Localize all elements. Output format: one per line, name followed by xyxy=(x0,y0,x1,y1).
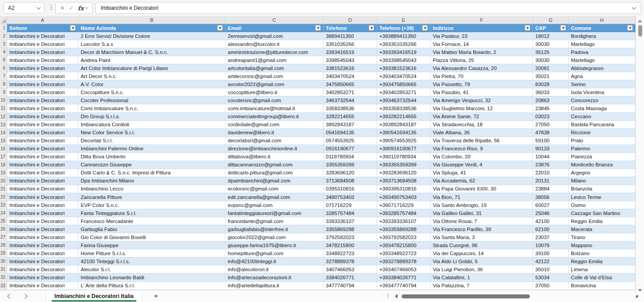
cell[interactable]: Colle di Val d’Elsa xyxy=(569,273,636,281)
cell[interactable]: 18012 xyxy=(533,32,569,40)
column-letter-H[interactable]: H xyxy=(569,16,636,24)
cell[interactable]: Via Papa Giovanni XXIII, 30 xyxy=(431,185,533,193)
cell[interactable]: Cazzago San Martino xyxy=(569,209,636,217)
cell[interactable]: Imbianchini e Decoratori xyxy=(7,217,78,225)
filter-dropdown-button[interactable] xyxy=(422,25,428,31)
cell[interactable]: Bordighera xyxy=(569,32,636,40)
cell[interactable]: 62100 xyxy=(533,225,569,233)
cell[interactable]: +390395310816 xyxy=(377,185,431,193)
cell[interactable]: Decor di Marchioro Manuel & C. S.n.c. xyxy=(78,48,226,56)
filter-dropdown-button[interactable] xyxy=(560,25,566,31)
next-sheet-icon[interactable] xyxy=(22,294,27,298)
column-letter-D[interactable]: D xyxy=(324,16,377,24)
cell[interactable]: Martellago xyxy=(569,40,636,48)
row-number[interactable]: 1 xyxy=(0,24,7,32)
cell[interactable]: Strada Cuorgnè, 96 xyxy=(431,241,533,249)
cell[interactable]: Via Francesco Panfilo, 39 xyxy=(431,225,533,233)
cell[interactable]: Dotti Carlo & C. S.n.c. Impresi di Pittu… xyxy=(78,169,226,177)
cell[interactable]: Dpa Imbianchini Milano xyxy=(78,177,226,185)
cell[interactable]: Agna xyxy=(569,72,636,80)
cell[interactable]: Garbuglia Fabio xyxy=(78,225,226,233)
filter-dropdown-button[interactable] xyxy=(217,25,223,31)
cell[interactable]: Imbianchini e Decoratori xyxy=(7,80,78,88)
cell[interactable]: Art Color Imbiancature di Parigi Liliano xyxy=(78,64,226,72)
cell[interactable]: Pianezza xyxy=(569,153,636,161)
cell[interactable]: Dm Group S.r.l.s. xyxy=(78,113,226,121)
row-number[interactable]: 6 xyxy=(0,64,7,72)
cell[interactable]: Farina Giuseppe xyxy=(78,241,226,249)
cell[interactable]: 47838 xyxy=(533,129,569,137)
cell[interactable]: Imbiancatura Cordioli xyxy=(78,121,226,129)
cell[interactable]: Via Palazzina, 7 xyxy=(431,282,533,290)
cell[interactable]: Cocoter Professional xyxy=(78,96,226,104)
cell[interactable]: Cannarozzo Giuseppe xyxy=(78,161,226,169)
cell[interactable]: 3384026771 xyxy=(324,273,377,281)
cell[interactable]: Imbianchini e Decoratori xyxy=(7,121,78,129)
cell[interactable]: +390119780934 xyxy=(377,153,431,161)
row-number[interactable]: 19 xyxy=(0,169,7,177)
cell[interactable]: Art Decor S.n.c. xyxy=(78,72,226,80)
column-header[interactable]: Nome Azienda xyxy=(78,24,226,32)
cell[interactable]: 42100 xyxy=(533,217,569,225)
cell[interactable]: 3283696120 xyxy=(324,169,377,177)
cell[interactable]: 3282214655 xyxy=(324,113,377,121)
cell[interactable]: info@artecasadecorazioni.it xyxy=(226,273,324,281)
cell[interactable]: 3713684508 xyxy=(324,177,377,185)
cell[interactable]: commercialedmgroup@libero.it xyxy=(226,113,324,121)
cell[interactable]: Via Traversa delle Ripalte, 56 xyxy=(431,137,533,145)
cell[interactable]: Imbianchini e Decoratori xyxy=(7,88,78,96)
cell[interactable]: Imbianchini e Decoratori xyxy=(7,282,78,290)
cell[interactable]: +393407466053 xyxy=(377,265,431,273)
column-header[interactable]: Email xyxy=(226,24,324,32)
cell[interactable]: Imbianchini e Decoratori xyxy=(7,233,78,241)
column-letter-C[interactable]: C xyxy=(226,16,324,24)
row-number[interactable]: 16 xyxy=(0,145,7,153)
cell[interactable]: 3403470524 xyxy=(324,72,377,80)
cell[interactable]: Argegno xyxy=(569,169,636,177)
cell[interactable]: Bolzano xyxy=(569,249,636,257)
cell[interactable]: +393398545043 xyxy=(377,56,431,64)
cell[interactable]: +390541694135 xyxy=(377,129,431,137)
cell[interactable]: Via Matteo Maria Boiardo, 2 xyxy=(431,48,533,56)
cell[interactable]: 60027 xyxy=(533,201,569,209)
cell[interactable]: Coccopitture S.n.c. xyxy=(78,88,226,96)
cell[interactable]: Via Pasubio, 41 xyxy=(431,88,533,96)
cell[interactable]: 3889411350 xyxy=(324,32,377,40)
cell[interactable]: 3348922723 xyxy=(324,249,377,257)
cell[interactable]: 23884 xyxy=(533,185,569,193)
cell[interactable]: cocotersnc@gmail.com xyxy=(226,96,324,104)
cell[interactable]: +393889411350 xyxy=(377,32,431,40)
sheet-tab-active[interactable]: Imbianchini e Decoratori Italia xyxy=(46,290,142,302)
cell[interactable]: Macerata xyxy=(569,225,636,233)
row-number[interactable]: 20 xyxy=(0,177,7,185)
cell[interactable]: info@42100tinteggi.it xyxy=(226,257,324,265)
cell[interactable]: Imbianchini e Decoratori xyxy=(7,209,78,217)
column-letter-B[interactable]: B xyxy=(78,16,226,24)
cell[interactable]: Monticello Brianza xyxy=(569,161,636,169)
row-number[interactable]: 21 xyxy=(0,185,7,193)
cell[interactable]: Imbianchini e Decoratori xyxy=(7,265,78,273)
formula-input[interactable]: Imbianchini e Decoratori xyxy=(95,2,641,14)
cell[interactable]: 23845 xyxy=(533,104,569,112)
row-number[interactable]: 11 xyxy=(0,104,7,112)
cell[interactable]: +393348922723 xyxy=(377,249,431,257)
cell[interactable]: +39071716229 xyxy=(377,201,431,209)
cell[interactable]: cordioliale@gmail.com xyxy=(226,121,324,129)
chevron-down-icon[interactable] xyxy=(37,5,41,10)
column-header[interactable]: Indirizzo xyxy=(431,24,533,32)
prev-sheet-icon[interactable] xyxy=(7,294,12,298)
cell[interactable]: homepitture@gmail.com xyxy=(226,249,324,257)
cell[interactable]: alessandro@luxcolor.it xyxy=(226,40,324,48)
cell[interactable]: Padova xyxy=(569,48,636,56)
row-number[interactable]: 28 xyxy=(0,241,7,249)
cell[interactable]: 2erreservizi@gmail.com xyxy=(226,32,324,40)
cell[interactable]: Piazza Vittoria, 25 xyxy=(431,56,533,64)
cell[interactable]: ecolorsnc@gmail.com xyxy=(226,185,324,193)
cell[interactable]: 23037 xyxy=(533,233,569,241)
cell[interactable]: 10044 xyxy=(533,153,569,161)
cell[interactable]: Via Anime Sante, 72 xyxy=(431,113,533,121)
cell[interactable]: artdecorsnc@gmail.com xyxy=(226,72,324,80)
cell[interactable]: Imbianchini e Decoratori xyxy=(7,185,78,193)
cell[interactable]: Fanta Tinteggiature S.r.l. xyxy=(78,209,226,217)
row-number[interactable]: 15 xyxy=(0,137,7,145)
